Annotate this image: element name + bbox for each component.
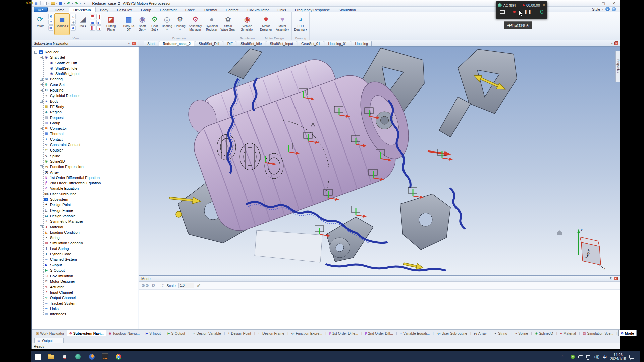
view-top-icon[interactable]: ▀ xyxy=(90,14,95,19)
output-tab[interactable]: ▤ Output xyxy=(34,338,64,343)
tool-tab-2nd-order-diff[interactable]: β2nd Order Diff... xyxy=(363,330,395,336)
tree-item-shaft-set[interactable]: −◉Shaft Set xyxy=(32,55,138,60)
zoom-window-icon[interactable]: ⊕ xyxy=(48,20,53,25)
tree-item-output-channel[interactable]: ∿Output Channel xyxy=(32,295,138,300)
tree-item-spline3d[interactable]: ◉Spline3D xyxy=(32,159,138,164)
pin-icon[interactable]: ⊼ xyxy=(609,277,612,280)
tree-item-string[interactable]: "S"String xyxy=(32,235,138,240)
help-icon[interactable]: ? xyxy=(612,7,616,11)
shaded-edge-icon[interactable]: ◆ xyxy=(71,25,76,31)
style-dropdown-icon[interactable]: ▾ xyxy=(602,8,603,11)
expander-plus-icon[interactable]: + xyxy=(40,89,43,92)
doc-tab-housing-01[interactable]: Housing_01 xyxy=(325,41,351,46)
tool-tab-1st-order-diffe[interactable]: β1st Order Diffe... xyxy=(327,330,361,336)
tool-tab-user-subroutine[interactable]: u(x)User Subroutine xyxy=(434,330,470,336)
tree-item-tracked-system[interactable]: ∞Tracked System xyxy=(32,301,138,306)
recorder-close-icon[interactable]: ✕ xyxy=(542,3,545,7)
doc-tab-diff[interactable]: Diff xyxy=(224,41,236,46)
tree-item-function-expression[interactable]: +f(x)Function Expression xyxy=(32,164,138,169)
tree-item-user-subroutine[interactable]: u(x)User Subroutine xyxy=(32,191,138,197)
undo-icon[interactable]: ↶ xyxy=(66,1,71,6)
bearing-button[interactable]: ◎Bearing ▾ xyxy=(161,13,173,35)
tree-item-fe-body[interactable]: ▦FE Body xyxy=(32,104,138,109)
view-left-icon[interactable]: ▌ xyxy=(90,25,95,31)
ribbon-tab-links[interactable]: Links xyxy=(273,7,290,12)
mode-d-icon[interactable]: D xyxy=(152,283,155,288)
hidden-line-icon[interactable]: ◈ xyxy=(71,20,76,25)
tree-item-symmetric-manager[interactable]: ∧Symmetric Manager xyxy=(32,219,138,224)
tree-item-request[interactable]: ▤Request xyxy=(32,115,138,120)
view-back-icon[interactable]: ▗ xyxy=(96,25,101,31)
tool-tab-spline3d[interactable]: ◉Spline3D xyxy=(533,330,555,336)
body-to-dt-button[interactable]: ▤Body To DT xyxy=(122,13,136,35)
doc-tab-shaftset-input[interactable]: ShaftSet_Input xyxy=(266,41,297,46)
expander-plus-icon[interactable]: + xyxy=(40,83,43,86)
start-button[interactable] xyxy=(34,353,42,361)
tree-item-s-output[interactable]: ▶S-Output xyxy=(32,268,138,273)
microphone-app-icon[interactable] xyxy=(61,353,69,361)
housing-button[interactable]: ⚙Housing ▾ xyxy=(174,13,186,35)
tool-tab-mode[interactable]: ⚙Mode xyxy=(618,330,637,336)
tree-item-simulation-scenario[interactable]: ▤Simulation Scenario xyxy=(32,240,138,246)
ribbon-tab-home[interactable]: Home xyxy=(50,7,69,12)
panel-tab-work-navigator[interactable]: ▣Work Navigator xyxy=(34,330,67,336)
expander-plus-icon[interactable]: + xyxy=(40,225,43,228)
ribbon-tab-simulation[interactable]: Simulation xyxy=(334,7,360,12)
tray-display-icon[interactable] xyxy=(586,355,590,358)
notification-center-icon[interactable] xyxy=(629,355,634,359)
ime-indicator[interactable]: 中 xyxy=(603,354,607,360)
properties-panel-tab[interactable]: Properties xyxy=(615,51,620,82)
tree-item-input-channel[interactable]: ↗Input Channel xyxy=(32,290,138,295)
3d-viewport[interactable]: Y Neg X Z xyxy=(139,47,620,275)
tree-item-motor-designer[interactable]: ✿Motor Designer xyxy=(32,279,138,284)
tool-tab-simulation-sce[interactable]: ▤Simulation Sce... xyxy=(581,330,616,336)
tree-item-design-variable[interactable]: 1.1Design Variable xyxy=(32,213,138,219)
tree-item-spline[interactable]: ∿Spline xyxy=(32,153,138,159)
tree-item-1st-order-differential-equation[interactable]: β1st Order Differential Equation xyxy=(32,175,138,180)
record-desktop-button[interactable] xyxy=(513,11,516,13)
chrome-icon[interactable] xyxy=(114,353,122,361)
doc-tab-shaftset-diff[interactable]: ShaftSet_Diff xyxy=(195,41,223,46)
tool-tab-array[interactable]: (A)Array xyxy=(472,330,489,336)
panel-tab-topology-navig[interactable]: ◉Topology Navig... xyxy=(106,330,142,336)
cycloidal-reducer-button[interactable]: ●Cycloidal Reducer xyxy=(204,13,219,35)
iso-button[interactable]: ◢Iso ▾ xyxy=(77,13,89,35)
motor-designer-button[interactable]: ✹Motor Designer xyxy=(258,13,274,35)
tool-tab-design-frame[interactable]: ∟Design Frame xyxy=(256,330,287,336)
shaded-button[interactable]: ◼Shaded ▾ xyxy=(54,13,70,35)
tree-item-design-frame[interactable]: ∟Design Frame xyxy=(32,208,138,213)
expander-plus-icon[interactable]: + xyxy=(40,78,43,81)
expander-plus-icon[interactable]: + xyxy=(40,100,43,103)
tool-tab-s-input[interactable]: ▶S-Input xyxy=(143,330,163,336)
mpr-app-icon[interactable]: MPR xyxy=(101,353,109,361)
minimize-button[interactable]: — xyxy=(590,2,594,6)
tree-item-chained-system[interactable]: ∞Chained System xyxy=(32,257,138,262)
tree-item-shaftset-idle[interactable]: ◉ShaftSet_Idle xyxy=(32,66,138,71)
motor-assembly-button[interactable]: ♥Motor Assembly xyxy=(274,13,290,35)
panel-tab-subsystem-navi[interactable]: ⚙Subsystem Navi... xyxy=(67,330,106,336)
pause-icon[interactable]: ❚❚ xyxy=(524,9,532,14)
tool-tab-function-expre[interactable]: f(x)Function Expre... xyxy=(289,330,325,336)
tree-item-housing[interactable]: +⚙Housing xyxy=(32,87,138,93)
strain-wave-gear-button[interactable]: ✿Strain Wave Gear xyxy=(220,13,236,35)
tree-item-group[interactable]: ▥Group xyxy=(32,120,138,126)
open-file-icon[interactable] xyxy=(51,1,55,6)
ribbon-tab-force[interactable]: Force xyxy=(181,7,199,12)
tray-green-icon[interactable]: + xyxy=(571,355,575,359)
tree-item-material[interactable]: +●Material xyxy=(32,224,138,230)
maximize-button[interactable]: ▢ xyxy=(601,1,605,6)
info-icon[interactable]: i xyxy=(605,7,610,11)
save-icon[interactable] xyxy=(58,1,63,6)
panel-close-icon[interactable]: ✕ xyxy=(614,277,618,280)
tree-item-bearing[interactable]: +◎Bearing xyxy=(32,76,138,82)
tree-item-2nd-order-differential-equation[interactable]: β2nd Order Differential Equation xyxy=(32,180,138,186)
on-off-toggle-icon[interactable]: On/Off xyxy=(161,284,164,288)
record-window-icon[interactable] xyxy=(500,10,505,14)
tree-item-constraint-contact[interactable]: ∿Constraint Contact xyxy=(32,142,138,147)
tool-tab-design-point[interactable]: +Design Point xyxy=(226,330,254,336)
view-front-icon[interactable]: ▄ xyxy=(90,20,95,25)
ribbon-tab-frequency-response[interactable]: Frequency Response xyxy=(290,7,334,12)
view-bottom-icon[interactable]: ▐ xyxy=(96,14,101,19)
tool-tab-spline[interactable]: ∿Spline xyxy=(512,330,530,336)
ribbon-tab-group[interactable]: Group xyxy=(137,7,156,12)
